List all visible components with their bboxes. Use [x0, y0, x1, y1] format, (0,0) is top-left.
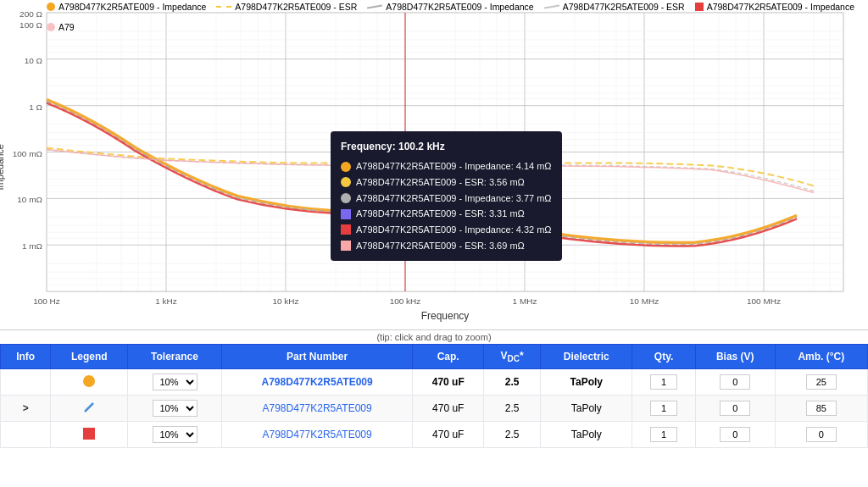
svg-text:10 MHz: 10 MHz [630, 296, 659, 306]
svg-text:200 Ω: 200 Ω [19, 9, 42, 19]
legend-color-6 [47, 23, 55, 31]
row1-bias [695, 369, 775, 396]
row3-tolerance-select[interactable]: 10% 5% 20% [153, 426, 198, 443]
col-header-info: Info [1, 345, 51, 369]
row1-cap: 470 uF [413, 369, 484, 396]
col-header-dielectric: Dielectric [541, 345, 632, 369]
row1-amb [775, 369, 867, 396]
svg-text:100 Ω: 100 Ω [19, 20, 42, 30]
row2-qty-input[interactable] [650, 401, 677, 416]
y-axis-label: Impedance [0, 144, 5, 190]
chart-legend: A798D477K2R5ATE009 - Impedance A798D477K… [47, 2, 868, 32]
row1-part-link[interactable]: A798D477K2R5ATE009 [262, 376, 373, 388]
row1-legend [51, 369, 128, 396]
row3-dielectric: TaPoly [541, 422, 632, 448]
legend-dot-yellow [83, 375, 95, 387]
row1-amb-input[interactable] [806, 374, 837, 390]
svg-text:1 mΩ: 1 mΩ [22, 241, 43, 251]
row1-part: A798D477K2R5ATE009 [221, 369, 412, 396]
svg-text:10 kHz: 10 kHz [272, 296, 298, 306]
row2-part-link[interactable]: A798D477K2R5ATE009 [263, 402, 372, 414]
row2-info: > [1, 396, 51, 422]
col-header-legend: Legend [51, 345, 128, 369]
bottom-section: (tip: click and drag to zoom) Info Legen… [0, 330, 868, 448]
svg-text:1 MHz: 1 MHz [513, 296, 537, 306]
row3-amb [775, 422, 867, 448]
row1-tolerance-select[interactable]: 10% 5% 20% [153, 374, 198, 390]
legend-color-2 [216, 6, 231, 8]
svg-point-83 [402, 206, 409, 213]
svg-text:100 kHz: 100 kHz [390, 296, 421, 306]
legend-color-4 [544, 4, 559, 8]
row2-expand[interactable]: > [23, 402, 29, 414]
legend-item-2: A798D477K2R5ATE009 - ESR [216, 2, 357, 12]
row3-legend [51, 422, 128, 448]
legend-item-1: A798D477K2R5ATE009 - Impedance [47, 2, 206, 12]
row2-bias [695, 396, 775, 422]
row1-qty [632, 369, 696, 396]
row3-part-link[interactable]: A798D477K2R5ATE009 [263, 429, 372, 440]
row1-bias-input[interactable] [720, 374, 750, 390]
row2-amb [775, 396, 867, 422]
row2-tolerance-select[interactable]: 10% 5% 20% [153, 400, 198, 417]
row3-part: A798D477K2R5ATE009 [221, 422, 412, 448]
svg-text:10 mΩ: 10 mΩ [17, 195, 42, 204]
row2-vdc: 2.5 [484, 396, 541, 422]
chart-area: Impedance [0, 0, 868, 330]
svg-text:10 Ω: 10 Ω [25, 56, 43, 65]
impedance-chart[interactable]: 200 Ω 100 Ω 10 Ω 1 Ω 100 mΩ 10 mΩ 1 mΩ 1… [0, 0, 868, 329]
col-header-qty: Qty. [632, 345, 696, 369]
row3-qty [632, 422, 696, 448]
svg-text:Frequency: Frequency [421, 310, 470, 322]
row1-dielectric: TaPoly [541, 369, 632, 396]
row2-cap: 470 uF [413, 396, 484, 422]
row3-tolerance: 10% 5% 20% [128, 422, 222, 448]
legend-dot-blue [83, 401, 95, 413]
legend-item-4: A798D477K2R5ATE009 - ESR [544, 2, 685, 12]
row3-qty-input[interactable] [650, 427, 677, 442]
legend-color-5 [695, 3, 704, 11]
table-row: 10% 5% 20% A798D477K2R5ATE009 470 uF 2.5… [1, 369, 868, 396]
svg-text:1 kHz: 1 kHz [155, 296, 177, 306]
row3-vdc: 2.5 [484, 422, 541, 448]
row1-qty-input[interactable] [650, 374, 677, 390]
row3-bias [695, 422, 775, 448]
tip-text: (tip: click and drag to zoom) [0, 330, 868, 344]
row2-bias-input[interactable] [720, 401, 750, 416]
legend-color-1 [47, 3, 55, 11]
col-header-vdc: VDC* [484, 345, 541, 369]
row3-cap: 470 uF [413, 422, 484, 448]
row2-qty [632, 396, 696, 422]
data-table: Info Legend Tolerance Part Number Cap. V… [0, 344, 868, 448]
legend-item-6: A79 [47, 22, 75, 32]
svg-text:100 Hz: 100 Hz [33, 296, 60, 306]
row1-tolerance: 10% 5% 20% [128, 369, 222, 396]
col-header-cap: Cap. [413, 345, 484, 369]
legend-color-3 [367, 4, 382, 8]
row2-part: A798D477K2R5ATE009 [221, 396, 412, 422]
row1-vdc: 2.5 [484, 369, 541, 396]
row3-bias-input[interactable] [720, 427, 750, 442]
col-header-tolerance: Tolerance [128, 345, 222, 369]
table-row: 10% 5% 20% A798D477K2R5ATE009 470 uF 2.5… [1, 422, 868, 448]
row2-legend [51, 396, 128, 422]
row3-info [1, 422, 51, 448]
svg-text:1 Ω: 1 Ω [29, 102, 42, 112]
legend-item-5: A798D477K2R5ATE009 - Impedance [695, 2, 854, 12]
row3-amb-input[interactable] [806, 427, 837, 442]
col-header-bias: Bias (V) [695, 345, 775, 369]
row2-amb-input[interactable] [806, 401, 837, 416]
legend-dot-red [83, 428, 95, 440]
row1-info [1, 369, 51, 396]
svg-text:100 MHz: 100 MHz [747, 296, 781, 306]
row2-dielectric: TaPoly [541, 396, 632, 422]
svg-line-85 [85, 403, 93, 412]
row2-tolerance: 10% 5% 20% [128, 396, 222, 422]
col-header-amb: Amb. (°C) [775, 345, 867, 369]
table-row: > 10% 5% 20% A798D477K2R5ATE009 [1, 396, 868, 422]
svg-text:100 mΩ: 100 mΩ [13, 149, 43, 158]
legend-item-3: A798D477K2R5ATE009 - Impedance [367, 2, 533, 12]
col-header-part: Part Number [221, 345, 412, 369]
